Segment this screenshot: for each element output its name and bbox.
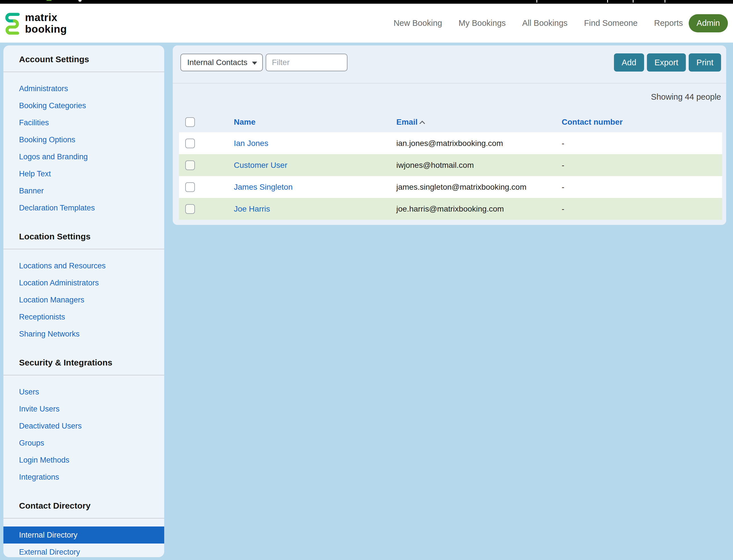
sidebar-item-location-administrators[interactable]: Location Administrators <box>3 274 164 291</box>
sidebar-item-list: UsersInvite UsersDeactivated UsersGroups… <box>3 375 164 486</box>
sidebar-item-administrators[interactable]: Administrators <box>3 80 164 97</box>
topbar-artifact <box>536 0 537 3</box>
app-header: matrix booking New BookingMy BookingsAll… <box>0 4 733 43</box>
sidebar-section-title: Location Settings <box>3 216 164 249</box>
row-checkbox[interactable] <box>185 160 195 170</box>
sidebar-item-integrations[interactable]: Integrations <box>3 469 164 486</box>
contacts-table-body: Ian Jonesian.jones@matrixbooking.com-Cus… <box>179 132 722 220</box>
contact-name-link[interactable]: Joe Harris <box>234 204 270 213</box>
sidebar-item-login-methods[interactable]: Login Methods <box>3 452 164 469</box>
admin-button[interactable]: Admin <box>689 14 728 32</box>
sidebar-section-title: Account Settings <box>3 45 164 72</box>
contact-name-link[interactable]: James Singleton <box>234 183 292 191</box>
table-header-row: Name Email Contact number <box>179 112 722 132</box>
sidebar-item-users[interactable]: Users <box>3 383 164 400</box>
print-button[interactable]: Print <box>689 53 721 72</box>
sidebar-section-security-integrations: Security & IntegrationsUsersInvite Users… <box>3 342 164 486</box>
contacts-toolbar: Internal Contacts Add Export Print <box>173 45 726 72</box>
logo-line-1: matrix <box>25 12 67 23</box>
column-header-contact-label: Contact number <box>562 118 623 126</box>
browser-chrome-strip <box>0 0 733 4</box>
nav-item-my-bookings[interactable]: My Bookings <box>459 18 506 28</box>
topbar-artifact <box>47 0 51 1</box>
contacts-table: Name Email Contact number Ian Jonesian.j… <box>179 112 722 220</box>
contact-email: iwjones@hotmail.com <box>396 154 562 176</box>
sidebar-item-booking-options[interactable]: Booking Options <box>3 131 164 148</box>
topbar-artifact <box>665 0 665 3</box>
filter-input[interactable] <box>266 54 347 71</box>
sidebar-section-location-settings: Location SettingsLocations and Resources… <box>3 216 164 342</box>
column-header-email[interactable]: Email <box>396 112 562 132</box>
sidebar-item-sharing-networks[interactable]: Sharing Networks <box>3 325 164 342</box>
sidebar-section-title: Security & Integrations <box>3 342 164 375</box>
results-summary: Showing 44 people <box>173 92 726 102</box>
sidebar-item-invite-users[interactable]: Invite Users <box>3 400 164 417</box>
divider <box>173 83 726 83</box>
table-row: Ian Jonesian.jones@matrixbooking.com- <box>179 132 722 154</box>
sidebar-item-locations-and-resources[interactable]: Locations and Resources <box>3 257 164 274</box>
topbar-artifact <box>78 0 82 2</box>
add-button[interactable]: Add <box>614 53 644 72</box>
contact-number: - <box>562 198 722 220</box>
sidebar-item-declaration-templates[interactable]: Declaration Templates <box>3 199 164 216</box>
sidebar-item-list: Internal DirectoryExternal Directory <box>3 519 164 557</box>
column-header-contact-number[interactable]: Contact number <box>562 112 722 132</box>
sidebar-item-location-managers[interactable]: Location Managers <box>3 291 164 308</box>
contact-name-link[interactable]: Ian Jones <box>234 139 268 148</box>
sidebar-item-internal-directory[interactable]: Internal Directory <box>3 526 164 544</box>
topbar-artifact <box>607 0 608 3</box>
logo-wordmark: matrix booking <box>25 12 67 35</box>
row-checkbox[interactable] <box>185 182 195 192</box>
sort-ascending-icon <box>419 121 425 126</box>
contact-email: ian.jones@matrixbooking.com <box>396 132 562 154</box>
nav-item-find-someone[interactable]: Find Someone <box>584 18 638 28</box>
select-all-checkbox[interactable] <box>185 117 195 127</box>
nav-item-new-booking[interactable]: New Booking <box>394 18 442 28</box>
contact-name-link[interactable]: Customer User <box>234 161 287 170</box>
main-nav: New BookingMy BookingsAll BookingsFind S… <box>394 18 689 28</box>
contact-number: - <box>562 132 722 154</box>
matrix-booking-logo[interactable]: matrix booking <box>4 11 67 35</box>
admin-sidebar: Account SettingsAdministratorsBooking Ca… <box>3 45 164 557</box>
contact-number: - <box>562 154 722 176</box>
nav-item-reports[interactable]: Reports <box>654 18 683 28</box>
directory-type-value: Internal Contacts <box>187 58 247 67</box>
sidebar-item-facilities[interactable]: Facilities <box>3 114 164 131</box>
table-row: James Singletonjames.singleton@matrixboo… <box>179 176 722 198</box>
sidebar-item-booking-categories[interactable]: Booking Categories <box>3 97 164 114</box>
sidebar-item-list: Locations and ResourcesLocation Administ… <box>3 249 164 342</box>
sidebar-section-contact-directory: Contact DirectoryInternal DirectoryExter… <box>3 486 164 557</box>
sidebar-item-groups[interactable]: Groups <box>3 434 164 452</box>
row-checkbox[interactable] <box>185 204 195 214</box>
column-header-name-label: Name <box>234 118 255 126</box>
chevron-down-icon <box>252 62 257 65</box>
export-button[interactable]: Export <box>647 53 686 72</box>
sidebar-sections: Account SettingsAdministratorsBooking Ca… <box>3 45 164 557</box>
column-header-email-label: Email <box>396 118 418 126</box>
column-header-name[interactable]: Name <box>234 112 396 132</box>
sidebar-item-logos-and-branding[interactable]: Logos and Branding <box>3 148 164 165</box>
contact-number: - <box>562 176 722 198</box>
sidebar-item-deactivated-users[interactable]: Deactivated Users <box>3 417 164 434</box>
sidebar-item-help-text[interactable]: Help Text <box>3 165 164 182</box>
table-row: Joe Harrisjoe.harris@matrixbooking.com- <box>179 198 722 220</box>
matrix-booking-logo-icon <box>4 11 20 35</box>
contact-email: joe.harris@matrixbooking.com <box>396 198 562 220</box>
nav-item-all-bookings[interactable]: All Bookings <box>522 18 568 28</box>
sidebar-item-external-directory[interactable]: External Directory <box>3 544 164 557</box>
sidebar-item-banner[interactable]: Banner <box>3 182 164 199</box>
table-row: Customer Useriwjones@hotmail.com- <box>179 154 722 176</box>
sidebar-item-list: AdministratorsBooking CategoriesFaciliti… <box>3 72 164 216</box>
logo-line-2: booking <box>25 23 67 35</box>
contact-email: james.singleton@matrixbooking.com <box>396 176 562 198</box>
contacts-panel: Internal Contacts Add Export Print Showi… <box>173 45 726 225</box>
sidebar-section-account-settings: Account SettingsAdministratorsBooking Ca… <box>3 45 164 216</box>
topbar-artifact <box>633 0 634 3</box>
sidebar-item-receptionists[interactable]: Receptionists <box>3 308 164 325</box>
directory-type-select[interactable]: Internal Contacts <box>180 54 263 71</box>
row-checkbox[interactable] <box>185 139 195 148</box>
sidebar-section-title: Contact Directory <box>3 486 164 518</box>
